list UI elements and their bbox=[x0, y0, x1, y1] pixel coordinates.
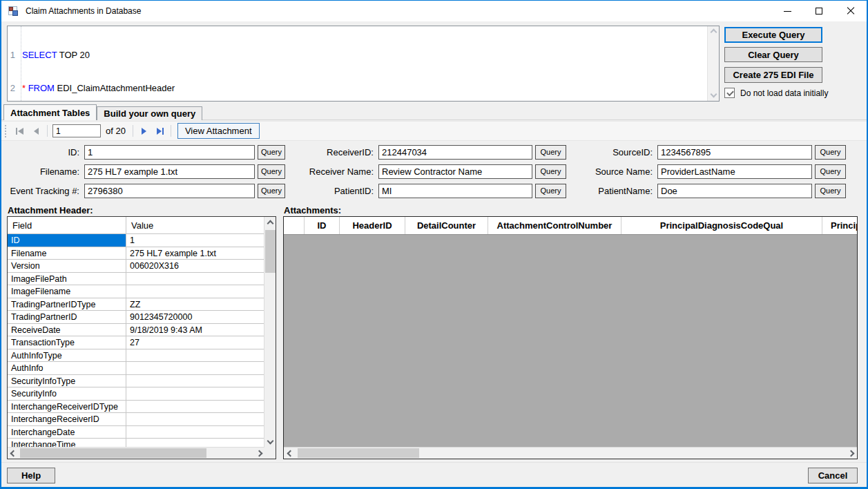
execute-query-button[interactable]: Execute Query bbox=[724, 27, 822, 43]
field-cell[interactable]: ReceiveDate bbox=[8, 324, 126, 336]
value-cell[interactable] bbox=[126, 375, 264, 387]
clear-query-button[interactable]: Clear Query bbox=[724, 47, 822, 62]
help-button[interactable]: Help bbox=[7, 468, 55, 483]
toolbar-grip[interactable] bbox=[5, 125, 8, 137]
create-275-edi-file-button[interactable]: Create 275 EDI File bbox=[724, 67, 822, 83]
field-input[interactable] bbox=[657, 164, 812, 179]
grid-column-header[interactable]: PrincipalDiagnosisCodeQual bbox=[621, 217, 822, 234]
table-row[interactable]: SecurityInfo bbox=[8, 387, 264, 401]
kv-horizontal-scrollbar[interactable] bbox=[8, 447, 264, 459]
close-button[interactable] bbox=[835, 1, 867, 21]
checkbox-box[interactable] bbox=[724, 88, 735, 98]
field-cell[interactable]: SecurityInfoType bbox=[8, 375, 126, 387]
scrollbar-thumb[interactable] bbox=[265, 230, 276, 273]
scroll-left-icon[interactable] bbox=[10, 450, 16, 456]
record-position-input[interactable] bbox=[52, 124, 101, 137]
value-cell[interactable]: ZZ bbox=[126, 298, 264, 311]
scroll-up-icon[interactable] bbox=[711, 29, 716, 35]
field-cell[interactable]: InterchangeReceiverID bbox=[8, 413, 126, 425]
grid-column-header[interactable]: PrincipalDiagnosis bbox=[822, 217, 858, 234]
table-row[interactable]: TransactionType 27 bbox=[8, 336, 264, 349]
value-cell[interactable]: 27 bbox=[126, 336, 264, 349]
query-button[interactable]: Query bbox=[815, 184, 846, 198]
field-input[interactable] bbox=[84, 164, 255, 179]
grid-column-header[interactable] bbox=[284, 217, 305, 234]
tab-attachment-tables[interactable]: Attachment Tables bbox=[3, 104, 97, 120]
value-cell[interactable]: 275 HL7 example 1.txt bbox=[126, 247, 264, 260]
cancel-button[interactable]: Cancel bbox=[808, 468, 858, 483]
field-cell[interactable]: AuthInfo bbox=[8, 362, 126, 374]
field-cell[interactable]: InterchangeDate bbox=[8, 426, 126, 439]
value-cell[interactable] bbox=[126, 285, 264, 298]
scroll-down-icon[interactable] bbox=[711, 91, 716, 97]
value-cell[interactable]: 1 bbox=[126, 234, 264, 247]
sql-query-editor[interactable]: 1SELECT TOP 20 2* FROM EDI_ClaimAttachme… bbox=[7, 26, 720, 102]
query-button[interactable]: Query bbox=[535, 164, 566, 179]
value-cell[interactable]: 9012345720000 bbox=[126, 311, 264, 323]
field-input[interactable] bbox=[84, 145, 255, 160]
query-button[interactable]: Query bbox=[535, 184, 566, 198]
field-cell[interactable]: TradingPartnerID bbox=[8, 311, 126, 323]
field-cell[interactable]: ID bbox=[8, 234, 126, 247]
table-row[interactable]: Filename 275 HL7 example 1.txt bbox=[8, 247, 264, 260]
field-cell[interactable]: Filename bbox=[8, 247, 126, 260]
scrollbar-thumb[interactable] bbox=[20, 448, 206, 458]
field-input[interactable] bbox=[657, 184, 812, 198]
field-cell[interactable]: SecurityInfo bbox=[8, 387, 126, 400]
scroll-down-icon[interactable] bbox=[267, 438, 273, 443]
value-cell[interactable] bbox=[126, 273, 264, 285]
field-cell[interactable]: ImageFilePath bbox=[8, 273, 126, 285]
field-cell[interactable]: ImageFilename bbox=[8, 285, 126, 298]
query-button[interactable]: Query bbox=[535, 145, 566, 160]
do-not-load-checkbox[interactable]: Do not load data initially bbox=[724, 88, 828, 98]
table-row[interactable]: InterchangeReceiverIDType bbox=[8, 401, 264, 414]
field-cell[interactable]: InterchangeReceiverIDType bbox=[8, 401, 126, 413]
maximize-button[interactable] bbox=[803, 1, 835, 21]
value-cell[interactable] bbox=[126, 387, 264, 400]
table-row[interactable]: Version 006020X316 bbox=[8, 260, 264, 273]
query-button[interactable]: Query bbox=[258, 164, 285, 179]
view-attachment-button[interactable]: View Attachment bbox=[177, 123, 260, 139]
scroll-right-icon[interactable] bbox=[848, 450, 853, 456]
query-button[interactable]: Query bbox=[815, 164, 846, 179]
field-input[interactable] bbox=[378, 164, 532, 179]
grid-column-header[interactable]: AttachmentControlNumber bbox=[488, 217, 621, 234]
field-input[interactable] bbox=[84, 184, 255, 198]
table-row[interactable]: SecurityInfoType bbox=[8, 375, 264, 388]
field-cell[interactable]: Version bbox=[8, 260, 126, 272]
table-row[interactable]: ImageFilename bbox=[8, 285, 264, 298]
value-cell[interactable]: 006020X316 bbox=[126, 260, 264, 272]
value-cell[interactable] bbox=[126, 401, 264, 413]
field-cell[interactable]: AuthInfoType bbox=[8, 349, 126, 362]
field-cell[interactable]: TradingPartnerIDType bbox=[8, 298, 126, 311]
field-cell[interactable]: TransactionType bbox=[8, 336, 126, 349]
tab-build-your-own-query[interactable]: Build your own query bbox=[97, 106, 202, 120]
move-next-button[interactable] bbox=[135, 124, 152, 139]
value-cell[interactable] bbox=[126, 439, 264, 447]
move-last-button[interactable] bbox=[152, 124, 168, 139]
value-cell[interactable] bbox=[126, 426, 264, 439]
table-row[interactable]: InterchangeTime bbox=[8, 439, 264, 447]
query-button[interactable]: Query bbox=[815, 145, 846, 160]
value-cell[interactable] bbox=[126, 413, 264, 425]
column-header-value[interactable]: Value bbox=[126, 217, 264, 233]
scroll-up-icon[interactable] bbox=[267, 220, 273, 226]
field-input[interactable] bbox=[378, 145, 532, 160]
attachments-grid-body[interactable] bbox=[284, 235, 857, 447]
table-row[interactable]: TradingPartnerIDType ZZ bbox=[8, 298, 264, 311]
field-cell[interactable]: InterchangeTime bbox=[8, 439, 126, 447]
kv-vertical-scrollbar[interactable] bbox=[264, 217, 276, 447]
scroll-right-icon[interactable] bbox=[256, 450, 262, 456]
move-previous-button[interactable] bbox=[28, 124, 45, 139]
table-row[interactable]: InterchangeReceiverID bbox=[8, 413, 264, 426]
minimize-button[interactable] bbox=[771, 1, 803, 21]
query-button[interactable]: Query bbox=[258, 145, 285, 160]
table-row[interactable]: ImageFilePath bbox=[8, 273, 264, 286]
field-input[interactable] bbox=[657, 145, 812, 160]
query-vertical-scrollbar[interactable] bbox=[707, 26, 719, 101]
table-row[interactable]: ID 1 bbox=[8, 234, 264, 247]
grid-column-header[interactable]: HeaderID bbox=[340, 217, 405, 234]
table-row[interactable]: TradingPartnerID 9012345720000 bbox=[8, 311, 264, 324]
query-button[interactable]: Query bbox=[258, 184, 285, 198]
table-row[interactable]: ReceiveDate 9/18/2019 9:43 AM bbox=[8, 324, 264, 337]
